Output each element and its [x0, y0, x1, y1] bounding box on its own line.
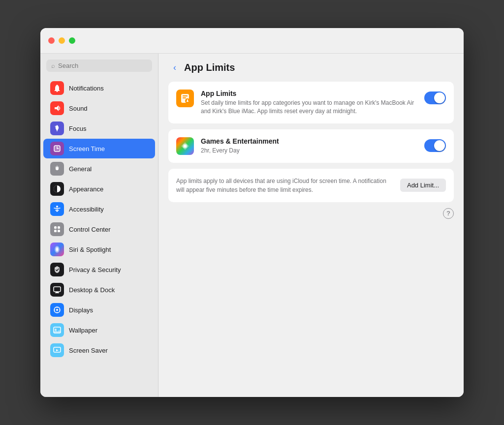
app-limits-toggle[interactable] [424, 91, 446, 104]
close-button[interactable] [48, 37, 55, 44]
focus-label: Focus [69, 125, 86, 132]
help-area: ? [158, 202, 464, 219]
info-text: App limits apply to all devices that are… [176, 177, 392, 194]
app-limits-icon [176, 90, 194, 107]
sidebar-item-screensaver[interactable]: Screen Saver [43, 340, 155, 360]
screensaver-label: Screen Saver [69, 347, 108, 354]
siri-label: Siri & Spotlight [69, 246, 111, 253]
back-button[interactable]: ‹ [170, 61, 179, 74]
svg-point-37 [184, 145, 187, 148]
sidebar-item-controlcenter[interactable]: Control Center [43, 219, 155, 239]
app-limits-description: Set daily time limits for app categories… [201, 99, 417, 116]
general-label: General [69, 165, 92, 173]
games-title: Games & Entertainment [201, 137, 417, 145]
sidebar-item-wallpaper[interactable]: Wallpaper [43, 320, 155, 340]
displays-label: Displays [69, 306, 93, 314]
svg-point-9 [56, 206, 58, 208]
accessibility-icon [50, 202, 64, 216]
sidebar-item-focus[interactable]: Focus [43, 119, 155, 138]
sidebar-item-siri[interactable]: Siri & Spotlight [43, 240, 155, 259]
svg-rect-13 [58, 230, 60, 232]
svg-point-16 [57, 248, 58, 251]
sound-icon [50, 101, 64, 115]
privacy-icon [50, 263, 64, 276]
add-limit-button[interactable]: Add Limit... [400, 179, 446, 192]
sidebar-item-general[interactable]: General [43, 159, 155, 179]
traffic-lights [48, 37, 75, 44]
desktop-label: Desktop & Dock [69, 286, 115, 294]
appearance-label: Appearance [69, 185, 103, 193]
svg-rect-17 [54, 287, 61, 292]
appearance-icon [50, 182, 64, 196]
page-title: App Limits [184, 62, 235, 73]
wallpaper-icon [50, 323, 64, 337]
games-row: Games & Entertainment 2hr, Every Day [176, 137, 446, 155]
sidebar-item-accessibility[interactable]: Accessibility [43, 199, 155, 219]
notifications-icon [50, 81, 64, 95]
screentime-icon [50, 142, 64, 155]
focus-icon [50, 121, 64, 135]
displays-icon [50, 303, 64, 317]
games-icon [176, 137, 194, 155]
screentime-label: Screen Time [69, 145, 105, 152]
app-limits-card: App Limits Set daily time limits for app… [168, 82, 454, 123]
sidebar-item-appearance[interactable]: Appearance [43, 179, 155, 199]
games-text: Games & Entertainment 2hr, Every Day [201, 137, 417, 155]
sidebar-item-displays[interactable]: Displays [43, 300, 155, 320]
games-subtitle: 2hr, Every Day [201, 147, 417, 155]
system-preferences-window: ⌕ NotificationsSoundFocusScreen TimeGene… [40, 28, 464, 397]
app-limits-text: App Limits Set daily time limits for app… [201, 90, 417, 116]
accessibility-label: Accessibility [69, 206, 104, 213]
sidebar-item-desktop[interactable]: Desktop & Dock [43, 280, 155, 300]
search-box[interactable]: ⌕ [46, 60, 152, 72]
svg-rect-31 [183, 97, 186, 98]
sidebar-item-privacy[interactable]: Privacy & Security [43, 260, 155, 279]
sidebar-item-notifications[interactable]: Notifications [43, 78, 155, 98]
svg-rect-30 [183, 95, 188, 96]
games-card: Games & Entertainment 2hr, Every Day [168, 129, 454, 163]
svg-rect-34 [187, 101, 189, 102]
screensaver-icon [50, 343, 64, 357]
svg-rect-12 [54, 230, 57, 232]
sound-label: Sound [69, 105, 88, 112]
app-limits-title: App Limits [201, 90, 417, 97]
desktop-icon [50, 283, 64, 297]
maximize-button[interactable] [69, 37, 75, 44]
svg-point-21 [56, 309, 58, 311]
help-button[interactable]: ? [443, 208, 454, 219]
controlcenter-label: Control Center [69, 226, 111, 233]
svg-rect-11 [58, 226, 60, 229]
app-limits-row: App Limits Set daily time limits for app… [176, 90, 446, 116]
svg-rect-10 [54, 226, 57, 229]
main-header: ‹ App Limits [158, 54, 464, 82]
sidebar-items-list: NotificationsSoundFocusScreen TimeGenera… [40, 78, 158, 361]
svg-rect-18 [56, 292, 59, 293]
svg-point-2 [55, 126, 57, 127]
sidebar-item-screentime[interactable]: Screen Time [43, 139, 155, 158]
games-toggle[interactable] [424, 139, 446, 152]
svg-marker-1 [55, 105, 59, 111]
main-panel: ‹ App Limits [158, 54, 464, 397]
notifications-label: Notifications [69, 85, 104, 92]
search-input[interactable] [58, 62, 147, 69]
search-container: ⌕ [40, 60, 158, 78]
wallpaper-label: Wallpaper [69, 327, 97, 334]
title-bar [40, 28, 464, 54]
cards-area: App Limits Set daily time limits for app… [158, 82, 464, 202]
svg-rect-19 [55, 293, 59, 293]
siri-icon [50, 243, 64, 256]
svg-rect-0 [57, 91, 58, 92]
controlcenter-icon [50, 222, 64, 236]
info-card: App limits apply to all devices that are… [168, 169, 454, 202]
sidebar-item-sound[interactable]: Sound [43, 98, 155, 118]
general-icon [50, 162, 64, 176]
main-content-area: ⌕ NotificationsSoundFocusScreen TimeGene… [40, 54, 464, 397]
minimize-button[interactable] [59, 37, 65, 44]
search-icon: ⌕ [51, 62, 55, 69]
privacy-label: Privacy & Security [69, 266, 121, 273]
sidebar: ⌕ NotificationsSoundFocusScreen TimeGene… [40, 54, 158, 397]
